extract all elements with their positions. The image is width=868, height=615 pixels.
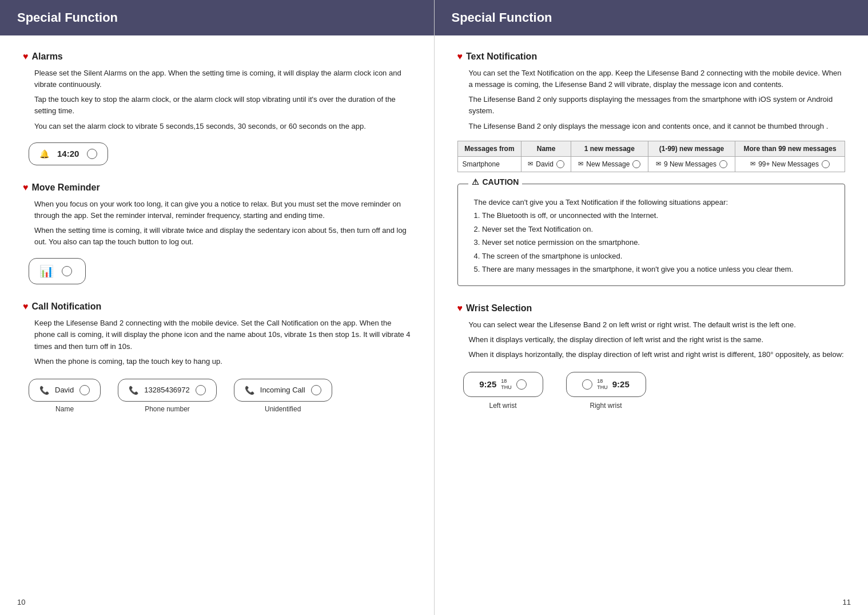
wrist-right-time: 9:25 — [612, 379, 630, 389]
right-header: Special Function — [435, 0, 869, 35]
text-notification-title: Text Notification — [466, 51, 537, 62]
call-phone-label: Phone number — [145, 405, 190, 413]
text-notification-body: You can set the Text Notification on the… — [457, 68, 846, 132]
move-heart-icon: ♥ — [23, 182, 29, 193]
table-1msg-text: New Message — [586, 160, 630, 168]
table-header-1new: 1 new message — [571, 141, 648, 156]
alarms-p3: You can set the alarm clock to vibrate 5… — [23, 121, 411, 132]
call-notification-p2: When the phone is coming, tap the touch … — [23, 356, 411, 367]
table-more99-text: 99+ New Messages — [758, 160, 819, 168]
wrist-right-label: Right wrist — [590, 402, 622, 410]
call-unidentified-text: Incoming Call — [260, 386, 305, 394]
wrist-selection-title: Wrist Selection — [466, 303, 532, 314]
move-reminder-section-title: ♥ Move Reminder — [23, 182, 411, 193]
wrist-right-day-group: 18 THU — [597, 378, 608, 391]
call-unidentified-box: 📞 Incoming Call — [234, 379, 332, 402]
call-notification-section-title: ♥ Call Notification — [23, 301, 411, 312]
left-page-number: 10 — [17, 598, 25, 606]
move-icon: 📊 — [39, 264, 54, 278]
wrist-left-label: Left wrist — [489, 402, 516, 410]
table-row: Smartphone ✉ David ✉ New Message — [457, 156, 845, 172]
wrist-devices-row: 9:25 18 THU Left wrist 9:25 18 THU — [463, 372, 846, 410]
right-page-number: 11 — [843, 598, 851, 606]
caution-item3: 3. Never set notice permission on the sm… — [468, 237, 835, 248]
alarm-device-box: 🔔 14:20 — [29, 142, 108, 165]
alarms-heart-icon: ♥ — [23, 51, 29, 62]
move-reminder-p1: When you focus on your work too long, it… — [23, 199, 411, 221]
caution-item5: 5. There are many messages in the smartp… — [468, 264, 835, 275]
wrist-selection-section-title: ♥ Wrist Selection — [457, 303, 846, 314]
right-content: ♥ Text Notification You can set the Text… — [457, 51, 846, 410]
call-unidentified-circle — [311, 385, 321, 395]
wrist-left-date: 18 — [501, 378, 512, 384]
wrist-group-left: 9:25 18 THU Left wrist — [463, 372, 543, 410]
wrist-right-box: 9:25 18 THU — [566, 372, 646, 397]
caution-title: ⚠ CAUTION — [468, 177, 523, 187]
move-device-box: 📊 — [29, 258, 86, 284]
table-99msg-text: 9 New Messages — [664, 160, 716, 168]
call-phone-text: 13285436972 — [144, 386, 190, 394]
wrist-group-right: 9:25 18 THU Right wrist — [566, 372, 646, 410]
call-notification-p1: Keep the Lifesense Band 2 connecting wit… — [23, 318, 411, 352]
caution-content: The device can't give you a Text Notific… — [468, 197, 835, 275]
table-cell-from: Smartphone — [457, 156, 521, 172]
move-reminder-body: When you focus on your work too long, it… — [23, 199, 411, 248]
wrist-selection-body: You can select wear the Lifesense Band 2… — [457, 319, 846, 360]
wrist-p1: You can select wear the Lifesense Band 2… — [457, 319, 846, 331]
wrist-left-day: THU — [501, 384, 512, 391]
wrist-right-date: 18 — [597, 378, 608, 384]
wrist-left-circle — [516, 379, 527, 390]
alarms-title: Alarms — [32, 51, 63, 62]
call-notification-title: Call Notification — [32, 301, 102, 312]
table-cell-more99msg: ✉ 99+ New Messages — [735, 156, 845, 172]
table-name-msg-icon: ✉ — [528, 160, 533, 168]
table-name-circle — [556, 160, 564, 168]
caution-box: ⚠ CAUTION The device can't give you a Te… — [457, 184, 846, 286]
table-name-text: David — [536, 160, 554, 168]
caution-item4: 4. The screen of the smartphone is unloc… — [468, 251, 835, 262]
call-name-text: David — [55, 386, 74, 394]
call-notification-body: Keep the Lifesense Band 2 connecting wit… — [23, 318, 411, 367]
text-notification-section-title: ♥ Text Notification — [457, 51, 846, 62]
caution-item1: 1. The Bluetooth is off, or unconnected … — [468, 210, 835, 221]
wrist-p3: When it displays horizontally, the displ… — [457, 349, 846, 360]
call-phone-phone-icon: 📞 — [129, 386, 138, 395]
table-1msg-circle — [632, 160, 640, 168]
table-header-name: Name — [521, 141, 571, 156]
alarm-time-display: 14:20 — [57, 149, 79, 158]
call-unidentified-label: Unidentified — [265, 405, 301, 413]
call-heart-icon: ♥ — [23, 301, 29, 312]
text-notif-p3: The Lifesense Band 2 only displays the m… — [457, 121, 846, 132]
text-notif-p2: The Lifesense Band 2 only supports displ… — [457, 94, 846, 117]
call-name-box: 📞 David — [29, 379, 101, 402]
alarm-bell-icon: 🔔 — [39, 149, 49, 158]
move-reminder-p2: When the setting time is coming, it will… — [23, 225, 411, 248]
alarms-body: Please set the Silent Alarms on the app.… — [23, 68, 411, 132]
alarms-p2: Tap the touch key to stop the alarm cloc… — [23, 94, 411, 117]
left-header: Special Function — [0, 0, 434, 35]
call-name-phone-icon: 📞 — [39, 386, 49, 395]
wrist-heart-icon: ♥ — [457, 303, 463, 314]
call-name-circle — [79, 385, 90, 395]
caution-title-text: CAUTION — [483, 177, 519, 187]
call-name-label: Name — [55, 405, 74, 413]
left-page: Special Function ♥ Alarms Please set the… — [0, 0, 435, 615]
table-99msg-icon: ✉ — [656, 160, 661, 168]
call-device-name: 📞 David Name — [29, 379, 101, 413]
text-notif-p1: You can set the Text Notification on the… — [457, 68, 846, 90]
wrist-left-time: 9:25 — [479, 379, 496, 389]
table-more99-circle — [822, 160, 830, 168]
wrist-left-day-group: 18 THU — [501, 378, 512, 391]
table-cell-99msg: ✉ 9 New Messages — [648, 156, 735, 172]
wrist-right-circle — [582, 379, 592, 390]
alarms-section-title: ♥ Alarms — [23, 51, 411, 62]
wrist-right-day: THU — [597, 384, 608, 391]
call-phone-circle — [196, 385, 206, 395]
call-device-phone: 📞 13285436972 Phone number — [118, 379, 217, 413]
table-cell-name: ✉ David — [521, 156, 571, 172]
alarms-p1: Please set the Silent Alarms on the app.… — [23, 68, 411, 90]
table-99msg-circle — [719, 160, 727, 168]
caution-item2: 2. Never set the Text Notification on. — [468, 224, 835, 235]
text-heart-icon: ♥ — [457, 51, 463, 62]
wrist-left-box: 9:25 18 THU — [463, 372, 543, 397]
